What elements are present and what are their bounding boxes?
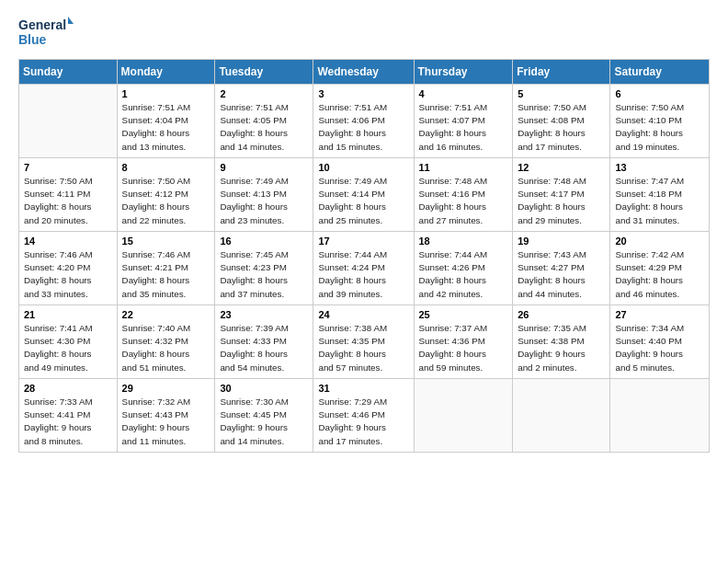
day-number: 6: [615, 88, 704, 99]
day-info: Sunrise: 7:40 AM Sunset: 4:32 PM Dayligh…: [122, 322, 210, 374]
day-number: 8: [122, 162, 210, 173]
day-info: Sunrise: 7:45 AM Sunset: 4:23 PM Dayligh…: [220, 248, 308, 301]
calendar-cell: 3Sunrise: 7:51 AM Sunset: 4:06 PM Daylig…: [313, 85, 414, 158]
day-info: Sunrise: 7:37 AM Sunset: 4:36 PM Dayligh…: [419, 322, 508, 374]
day-info: Sunrise: 7:51 AM Sunset: 4:07 PM Dayligh…: [419, 101, 508, 154]
calendar-cell: 28Sunrise: 7:33 AM Sunset: 4:41 PM Dayli…: [19, 379, 118, 453]
day-number: 18: [419, 236, 508, 247]
day-info: Sunrise: 7:39 AM Sunset: 4:33 PM Dayligh…: [220, 322, 308, 374]
calendar-cell: 23Sunrise: 7:39 AM Sunset: 4:33 PM Dayli…: [215, 305, 313, 379]
day-number: 3: [318, 88, 408, 99]
calendar-cell: 29Sunrise: 7:32 AM Sunset: 4:43 PM Dayli…: [117, 379, 215, 453]
day-number: 1: [122, 88, 210, 99]
days-header-row: SundayMondayTuesdayWednesdayThursdayFrid…: [19, 60, 710, 85]
calendar-cell: 13Sunrise: 7:47 AM Sunset: 4:18 PM Dayli…: [610, 158, 710, 232]
header: General Blue: [18, 15, 710, 50]
day-info: Sunrise: 7:51 AM Sunset: 4:06 PM Dayligh…: [318, 101, 408, 154]
calendar-table: SundayMondayTuesdayWednesdayThursdayFrid…: [18, 59, 710, 453]
week-row-4: 21Sunrise: 7:41 AM Sunset: 4:30 PM Dayli…: [19, 305, 710, 379]
day-info: Sunrise: 7:42 AM Sunset: 4:29 PM Dayligh…: [615, 248, 704, 301]
day-number: 11: [419, 162, 508, 173]
calendar-cell: 10Sunrise: 7:49 AM Sunset: 4:14 PM Dayli…: [313, 158, 414, 232]
day-info: Sunrise: 7:46 AM Sunset: 4:21 PM Dayligh…: [122, 248, 210, 301]
week-row-1: 1Sunrise: 7:51 AM Sunset: 4:04 PM Daylig…: [19, 85, 710, 158]
day-info: Sunrise: 7:51 AM Sunset: 4:04 PM Dayligh…: [122, 101, 210, 154]
page: General Blue SundayMondayTuesdayWednesda…: [0, 0, 728, 462]
svg-marker-2: [68, 17, 74, 24]
day-number: 28: [24, 383, 112, 394]
day-header-friday: Friday: [513, 60, 610, 85]
day-header-saturday: Saturday: [610, 60, 710, 85]
calendar-cell: 12Sunrise: 7:48 AM Sunset: 4:17 PM Dayli…: [513, 158, 610, 232]
calendar-cell: 1Sunrise: 7:51 AM Sunset: 4:04 PM Daylig…: [117, 85, 215, 158]
day-header-sunday: Sunday: [19, 60, 118, 85]
day-info: Sunrise: 7:44 AM Sunset: 4:26 PM Dayligh…: [419, 248, 508, 301]
day-info: Sunrise: 7:33 AM Sunset: 4:41 PM Dayligh…: [24, 396, 112, 448]
generalblue-logo: General Blue: [18, 15, 74, 50]
calendar-cell: 24Sunrise: 7:38 AM Sunset: 4:35 PM Dayli…: [313, 305, 414, 379]
day-number: 20: [615, 236, 704, 247]
calendar-cell: [19, 85, 118, 158]
day-info: Sunrise: 7:50 AM Sunset: 4:11 PM Dayligh…: [24, 175, 112, 227]
day-number: 21: [24, 309, 112, 320]
day-number: 10: [318, 162, 408, 173]
day-number: 26: [518, 309, 605, 320]
day-info: Sunrise: 7:50 AM Sunset: 4:08 PM Dayligh…: [518, 101, 605, 154]
day-info: Sunrise: 7:29 AM Sunset: 4:46 PM Dayligh…: [318, 396, 408, 448]
day-info: Sunrise: 7:48 AM Sunset: 4:17 PM Dayligh…: [518, 175, 605, 227]
svg-text:General: General: [18, 17, 66, 32]
calendar-cell: 17Sunrise: 7:44 AM Sunset: 4:24 PM Dayli…: [313, 232, 414, 305]
week-row-5: 28Sunrise: 7:33 AM Sunset: 4:41 PM Dayli…: [19, 379, 710, 453]
calendar-cell: 2Sunrise: 7:51 AM Sunset: 4:05 PM Daylig…: [215, 85, 313, 158]
day-number: 31: [318, 383, 408, 394]
week-row-2: 7Sunrise: 7:50 AM Sunset: 4:11 PM Daylig…: [19, 158, 710, 232]
day-header-thursday: Thursday: [414, 60, 513, 85]
day-info: Sunrise: 7:44 AM Sunset: 4:24 PM Dayligh…: [318, 248, 408, 301]
day-header-tuesday: Tuesday: [215, 60, 313, 85]
day-info: Sunrise: 7:47 AM Sunset: 4:18 PM Dayligh…: [615, 175, 704, 227]
day-number: 19: [518, 236, 605, 247]
calendar-cell: 5Sunrise: 7:50 AM Sunset: 4:08 PM Daylig…: [513, 85, 610, 158]
calendar-cell: [414, 379, 513, 453]
calendar-cell: 8Sunrise: 7:50 AM Sunset: 4:12 PM Daylig…: [117, 158, 215, 232]
day-info: Sunrise: 7:51 AM Sunset: 4:05 PM Dayligh…: [220, 101, 308, 154]
day-info: Sunrise: 7:32 AM Sunset: 4:43 PM Dayligh…: [122, 396, 210, 448]
day-number: 17: [318, 236, 408, 247]
calendar-cell: 9Sunrise: 7:49 AM Sunset: 4:13 PM Daylig…: [215, 158, 313, 232]
day-info: Sunrise: 7:34 AM Sunset: 4:40 PM Dayligh…: [615, 322, 704, 374]
calendar-cell: 20Sunrise: 7:42 AM Sunset: 4:29 PM Dayli…: [610, 232, 710, 305]
calendar-cell: 21Sunrise: 7:41 AM Sunset: 4:30 PM Dayli…: [19, 305, 118, 379]
logo: General Blue: [18, 15, 74, 50]
day-number: 15: [122, 236, 210, 247]
calendar-cell: 18Sunrise: 7:44 AM Sunset: 4:26 PM Dayli…: [414, 232, 513, 305]
day-number: 4: [419, 88, 508, 99]
day-number: 2: [220, 88, 308, 99]
svg-text:Blue: Blue: [18, 32, 47, 47]
day-number: 7: [24, 162, 112, 173]
day-info: Sunrise: 7:46 AM Sunset: 4:20 PM Dayligh…: [24, 248, 112, 301]
day-info: Sunrise: 7:50 AM Sunset: 4:12 PM Dayligh…: [122, 175, 210, 227]
calendar-cell: 15Sunrise: 7:46 AM Sunset: 4:21 PM Dayli…: [117, 232, 215, 305]
day-number: 5: [518, 88, 605, 99]
calendar-cell: 31Sunrise: 7:29 AM Sunset: 4:46 PM Dayli…: [313, 379, 414, 453]
calendar-cell: 7Sunrise: 7:50 AM Sunset: 4:11 PM Daylig…: [19, 158, 118, 232]
day-info: Sunrise: 7:38 AM Sunset: 4:35 PM Dayligh…: [318, 322, 408, 374]
day-number: 23: [220, 309, 308, 320]
day-info: Sunrise: 7:49 AM Sunset: 4:13 PM Dayligh…: [220, 175, 308, 227]
day-number: 24: [318, 309, 408, 320]
calendar-cell: 11Sunrise: 7:48 AM Sunset: 4:16 PM Dayli…: [414, 158, 513, 232]
calendar-cell: [513, 379, 610, 453]
day-number: 9: [220, 162, 308, 173]
calendar-cell: 25Sunrise: 7:37 AM Sunset: 4:36 PM Dayli…: [414, 305, 513, 379]
calendar-cell: 30Sunrise: 7:30 AM Sunset: 4:45 PM Dayli…: [215, 379, 313, 453]
calendar-cell: 22Sunrise: 7:40 AM Sunset: 4:32 PM Dayli…: [117, 305, 215, 379]
day-number: 29: [122, 383, 210, 394]
calendar-cell: 19Sunrise: 7:43 AM Sunset: 4:27 PM Dayli…: [513, 232, 610, 305]
day-number: 30: [220, 383, 308, 394]
day-info: Sunrise: 7:41 AM Sunset: 4:30 PM Dayligh…: [24, 322, 112, 374]
calendar-cell: 27Sunrise: 7:34 AM Sunset: 4:40 PM Dayli…: [610, 305, 710, 379]
day-info: Sunrise: 7:49 AM Sunset: 4:14 PM Dayligh…: [318, 175, 408, 227]
calendar-cell: 26Sunrise: 7:35 AM Sunset: 4:38 PM Dayli…: [513, 305, 610, 379]
day-number: 25: [419, 309, 508, 320]
day-number: 22: [122, 309, 210, 320]
